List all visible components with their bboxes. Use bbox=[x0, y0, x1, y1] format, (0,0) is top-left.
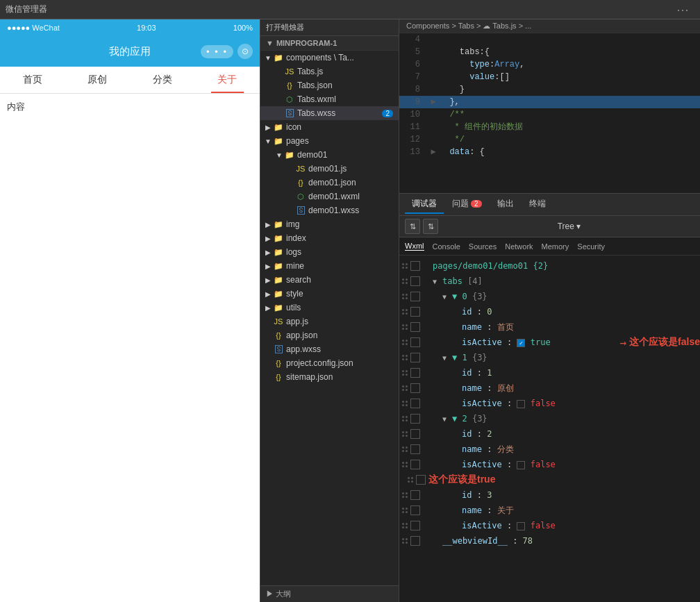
tree-node-10[interactable]: ▼▼ 2 {3} bbox=[399, 411, 700, 426]
tree-item-tabs-js[interactable]: JSTabs.js bbox=[260, 65, 399, 78]
sort-down-btn[interactable]: ⇅ bbox=[423, 219, 438, 234]
tree-item-demo01-folder[interactable]: ▼📁demo01 bbox=[260, 148, 399, 162]
tree-item-utils-folder[interactable]: ▶📁utils bbox=[260, 301, 399, 315]
tree-checkbox[interactable] bbox=[410, 322, 420, 332]
outline-label: ▶ 大纲 bbox=[266, 589, 291, 599]
tree-checkbox[interactable] bbox=[410, 490, 420, 500]
tree-node-8[interactable]: name : 原创 bbox=[399, 381, 700, 396]
tree-node-5[interactable]: isActive : ✓ true→这个应该是false bbox=[399, 335, 700, 350]
debug-subtab-0[interactable]: Wxml bbox=[405, 242, 424, 251]
phone-nav-original[interactable]: 原创 bbox=[65, 67, 131, 93]
tree-node-14[interactable]: 这个应该是true bbox=[405, 472, 700, 487]
tree-node-6[interactable]: ▼▼ 1 {3} bbox=[399, 350, 700, 365]
debug-subtab-5[interactable]: Security bbox=[577, 242, 605, 251]
tree-item-icon-folder[interactable]: ▶📁icon bbox=[260, 120, 399, 134]
tree-checkbox[interactable] bbox=[410, 444, 420, 454]
outline-footer[interactable]: ▶ 大纲 bbox=[260, 585, 399, 602]
tree-node-0[interactable]: pages/demo01/demo01 {2} bbox=[399, 258, 700, 274]
debug-tab-0[interactable]: 调试器 bbox=[405, 195, 444, 214]
tree-item-search-folder[interactable]: ▶📁search bbox=[260, 273, 399, 287]
tree-item-tabs-json[interactable]: {}Tabs.json bbox=[260, 78, 399, 92]
node-text: pages/demo01/demo01 {2} bbox=[433, 261, 700, 271]
tree-checkbox[interactable] bbox=[410, 414, 420, 424]
tree-node-2[interactable]: ▼▼ 0 {3} bbox=[399, 289, 700, 304]
tree-node-11[interactable]: id : 2 bbox=[399, 426, 700, 442]
phone-menu-dots[interactable]: • • • bbox=[201, 45, 233, 58]
tree-node-3[interactable]: id : 0 bbox=[399, 304, 700, 319]
drag-handle bbox=[399, 263, 410, 269]
tree-item-demo01-wxss[interactable]: 🅂demo01.wxss bbox=[260, 203, 399, 217]
phone-home-icon[interactable]: ⊙ bbox=[238, 44, 253, 59]
tree-checkbox[interactable] bbox=[410, 429, 420, 439]
tree-node-17[interactable]: isActive : false bbox=[399, 518, 700, 533]
code-line-7: 7 value:[] bbox=[399, 71, 700, 83]
debug-tab-1[interactable]: 问题2 bbox=[445, 195, 489, 214]
tree-checkbox[interactable] bbox=[410, 292, 420, 301]
tree-item-index-folder[interactable]: ▶📁index bbox=[260, 231, 399, 245]
tree-item-logs-folder[interactable]: ▶📁logs bbox=[260, 245, 399, 259]
tree-checkbox[interactable] bbox=[416, 475, 426, 485]
drag-handle bbox=[399, 385, 410, 391]
tree-checkbox[interactable] bbox=[410, 307, 420, 317]
tree-item-app-js[interactable]: JSapp.js bbox=[260, 315, 399, 328]
node-text: id : 1 bbox=[462, 368, 700, 378]
debug-subtab-1[interactable]: Console bbox=[433, 242, 460, 251]
breadcrumb: Components > Tabs > ☁ Tabs.js > ... bbox=[399, 19, 700, 33]
debug-tab-2[interactable]: 输出 bbox=[490, 195, 521, 214]
code-line-9: 9▶ }, bbox=[399, 96, 700, 108]
tree-checkbox[interactable] bbox=[410, 399, 420, 408]
debug-tab-3[interactable]: 终端 bbox=[522, 195, 553, 214]
tree-item-img-folder[interactable]: ▶📁img bbox=[260, 217, 399, 231]
tree-item-demo01-json[interactable]: {}demo01.json bbox=[260, 176, 399, 190]
drag-handle bbox=[399, 355, 410, 360]
debug-subtab-2[interactable]: Sources bbox=[469, 242, 497, 251]
tree-node-18[interactable]: __webviewId__ : 78 bbox=[399, 533, 700, 549]
tree-checkbox[interactable] bbox=[410, 261, 420, 271]
tree-item-pages-folder[interactable]: ▼📁pages bbox=[260, 134, 399, 148]
topbar-more-icon[interactable]: ⋯ bbox=[671, 2, 694, 17]
tree-item-demo01-js[interactable]: JSdemo01.js bbox=[260, 162, 399, 176]
tree-checkbox[interactable] bbox=[410, 353, 420, 362]
tree-node-13[interactable]: isActive : false bbox=[399, 457, 700, 472]
drag-handle bbox=[405, 477, 416, 483]
tree-checkbox[interactable] bbox=[410, 536, 420, 546]
tree-item-tabs-wxml[interactable]: ⬡Tabs.wxml bbox=[260, 92, 399, 106]
sort-up-btn[interactable]: ⇅ bbox=[405, 219, 420, 234]
tree-node-12[interactable]: name : 分类 bbox=[399, 442, 700, 457]
tree-item-sitemap-json[interactable]: {}sitemap.json bbox=[260, 370, 399, 384]
tree-item-app-wxss[interactable]: 🅂app.wxss bbox=[260, 342, 399, 356]
tree-node-1[interactable]: ▼tabs [4] bbox=[399, 274, 700, 289]
node-text: isActive : false bbox=[462, 399, 700, 408]
tree-checkbox[interactable] bbox=[410, 505, 420, 515]
open-debugger-btn[interactable]: 打开蜡烛器 bbox=[260, 19, 399, 36]
tree-item-style-folder[interactable]: ▶📁style bbox=[260, 287, 399, 301]
phone-nav-about[interactable]: 关于 bbox=[195, 67, 260, 93]
tree-item-tabs-wxss[interactable]: 🅂Tabs.wxss2 bbox=[260, 106, 399, 120]
node-text: ▼ 1 {3} bbox=[452, 353, 700, 362]
tree-node-4[interactable]: name : 首页 bbox=[399, 319, 700, 335]
tree-checkbox[interactable] bbox=[410, 460, 420, 469]
node-text: isActive : ✓ true bbox=[462, 337, 617, 347]
tree-checkbox[interactable] bbox=[410, 521, 420, 530]
phone-nav-home[interactable]: 首页 bbox=[0, 67, 65, 93]
node-text: tabs [4] bbox=[442, 276, 700, 286]
phone-nav-category[interactable]: 分类 bbox=[130, 67, 195, 93]
code-line-8: 8 } bbox=[399, 83, 700, 96]
tree-node-15[interactable]: id : 3 bbox=[399, 487, 700, 503]
node-text: id : 2 bbox=[462, 429, 700, 439]
drag-handle bbox=[399, 278, 410, 284]
tree-item-components-folder[interactable]: ▼📁components \ Ta... bbox=[260, 51, 399, 65]
tree-item-app-json[interactable]: {}app.json bbox=[260, 328, 399, 342]
tree-item-demo01-wxml[interactable]: ⬡demo01.wxml bbox=[260, 190, 399, 203]
debug-subtab-3[interactable]: Network bbox=[505, 242, 533, 251]
tree-node-7[interactable]: id : 1 bbox=[399, 365, 700, 381]
tree-checkbox[interactable] bbox=[410, 383, 420, 393]
tree-item-project-config[interactable]: {}project.config.json bbox=[260, 356, 399, 370]
tree-checkbox[interactable] bbox=[410, 368, 420, 378]
tree-item-mine-folder[interactable]: ▶📁mine bbox=[260, 259, 399, 273]
tree-checkbox[interactable] bbox=[410, 337, 420, 347]
tree-node-9[interactable]: isActive : false bbox=[399, 396, 700, 411]
debug-subtab-4[interactable]: Memory bbox=[542, 242, 569, 251]
tree-checkbox[interactable] bbox=[410, 276, 420, 286]
tree-node-16[interactable]: name : 关于 bbox=[399, 503, 700, 518]
